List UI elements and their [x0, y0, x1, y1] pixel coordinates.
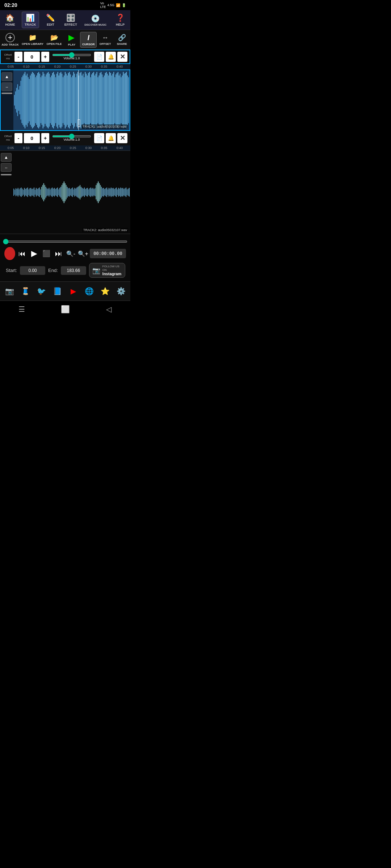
nav-effect[interactable]: 🎛️ EFFECT [62, 12, 79, 28]
zoom-out-button[interactable]: 🔍- [66, 247, 76, 260]
open-library-button[interactable]: 📁 OPEN LIBRARY [20, 32, 45, 47]
time-display: 00:00:00.00 [90, 249, 126, 258]
svg-rect-199 [105, 188, 106, 196]
volte-icon: VoLTE [100, 1, 106, 9]
svg-rect-165 [69, 188, 70, 197]
svg-rect-45 [60, 72, 61, 128]
share-icon: 🔗 [118, 34, 126, 42]
end-value[interactable] [61, 266, 86, 275]
svg-rect-155 [58, 190, 59, 195]
svg-rect-160 [64, 182, 64, 203]
track2-offset-plus[interactable]: + [41, 133, 49, 143]
svg-rect-120 [21, 188, 22, 197]
skip-button[interactable]: ⏭ [53, 247, 64, 260]
svg-rect-95 [113, 72, 114, 128]
track1-volume-label: Volume:1.0 [63, 56, 80, 60]
track2-up-btn[interactable]: ▲ [1, 153, 12, 162]
svg-rect-105 [124, 74, 125, 127]
svg-rect-52 [68, 73, 69, 127]
bottom-home-btn[interactable]: ⬜ [58, 304, 72, 315]
share-button[interactable]: 🔗 SHARE [114, 32, 130, 47]
favorite-icon[interactable]: ⭐ [98, 285, 112, 298]
svg-rect-55 [71, 77, 72, 123]
svg-rect-87 [105, 73, 106, 127]
help-icon: ❓ [116, 13, 125, 22]
status-time: 02:20 [4, 2, 17, 8]
stop-button[interactable]: ⬛ [41, 247, 52, 260]
svg-rect-16 [30, 76, 31, 125]
open-file-button[interactable]: 📂 OPEN FILE [45, 32, 63, 47]
svg-rect-211 [118, 188, 119, 197]
instagram-icon[interactable]: 📷 [3, 285, 16, 298]
svg-rect-176 [81, 187, 81, 198]
svg-rect-149 [52, 188, 52, 197]
progress-slider[interactable] [3, 241, 127, 243]
rewind-button[interactable]: ⏮ [17, 247, 28, 260]
svg-rect-185 [91, 188, 91, 197]
svg-rect-173 [77, 187, 78, 198]
nav-discover[interactable]: 💿 DISCOVER MUSIC [82, 13, 109, 27]
svg-rect-129 [30, 188, 31, 197]
track2-waveform[interactable]: ▲ ↔ [0, 151, 130, 234]
record-button[interactable] [4, 247, 15, 260]
svg-rect-192 [98, 182, 98, 203]
nav-edit[interactable]: ✏️ EDIT [42, 12, 59, 28]
nav-track[interactable]: 📊 TRACK [22, 12, 39, 28]
track1-volume-slider[interactable] [52, 54, 91, 56]
ig-icon: 📷 [92, 267, 100, 275]
track1-move-btn[interactable]: ↔ [1, 82, 12, 91]
play-button[interactable]: ▶ PLAY [63, 31, 80, 48]
track2-mute-btn[interactable]: 🔔 [106, 133, 116, 143]
start-value[interactable] [20, 266, 45, 275]
track2-offset-value[interactable] [24, 133, 40, 143]
settings-icon[interactable]: ⚙️ [114, 285, 127, 298]
discover-icon: 💿 [91, 14, 100, 23]
twitter-icon[interactable]: 🐦 [35, 285, 48, 298]
track1-filename: TRACK1: audio03102030.wav [81, 124, 127, 129]
track2-close-btn[interactable]: ✕ [117, 133, 127, 143]
track1-offset-value[interactable] [24, 52, 40, 62]
svg-rect-148 [51, 188, 51, 196]
track1-up-btn[interactable]: ▲ [1, 72, 12, 81]
svg-rect-103 [122, 76, 123, 125]
svg-rect-83 [101, 72, 101, 128]
add-track-button[interactable]: + ADD TRACK [0, 31, 20, 48]
offset-button[interactable]: ↔ OFFSET [97, 33, 114, 47]
cursor-button[interactable]: I CURSOR [80, 32, 97, 48]
track2-volume-slider[interactable] [52, 135, 91, 137]
facebook-icon[interactable]: 📘 [51, 285, 64, 298]
svg-rect-215 [122, 188, 123, 197]
track1-offset-label: Offset ms [3, 53, 13, 60]
track1-offset-plus[interactable]: + [41, 52, 49, 62]
svg-rect-127 [28, 190, 29, 195]
zoom-in-button[interactable]: 🔍+ [77, 247, 88, 260]
svg-rect-91 [109, 72, 110, 128]
track2-move-btn[interactable]: ↔ [1, 163, 12, 172]
web-icon[interactable]: 🌐 [83, 285, 96, 298]
bottom-back-btn[interactable]: ◁ [101, 304, 116, 315]
progress-slider-wrap [3, 238, 127, 244]
nav-help[interactable]: ❓ HELP [112, 12, 129, 28]
nav-home[interactable]: 🏠 HOME [1, 12, 19, 28]
track2-offset-minus[interactable]: - [14, 133, 22, 143]
threads-icon[interactable]: 🧵 [19, 285, 32, 298]
track1-mark-2: 0:10 [23, 65, 30, 68]
youtube-icon[interactable]: ▶ [67, 285, 80, 298]
svg-rect-205 [112, 188, 113, 196]
track1-mark-6: 0:30 [85, 65, 92, 68]
track1-mute-btn[interactable]: 🔔 [106, 52, 116, 62]
track1-offset-minus[interactable]: - [14, 52, 22, 62]
svg-rect-58 [74, 74, 75, 127]
track1-close-btn[interactable]: ✕ [117, 52, 127, 62]
bottom-menu-btn[interactable]: ☰ [14, 304, 29, 315]
track1-file-btn[interactable]: 📄 [94, 52, 104, 62]
play-transport-button[interactable]: ▶ [29, 247, 39, 260]
track2-file-btn[interactable]: 📄 [94, 133, 104, 143]
svg-rect-48 [64, 76, 64, 125]
svg-rect-204 [111, 188, 112, 197]
track1-waveform[interactable]: ▲ ↔ [0, 69, 130, 131]
svg-rect-117 [18, 188, 18, 197]
track2-mark-3: 0:15 [39, 146, 45, 150]
instagram-follow-widget[interactable]: 📷 FOLLOW US ON Instagram [89, 263, 125, 278]
svg-rect-24 [38, 72, 39, 128]
